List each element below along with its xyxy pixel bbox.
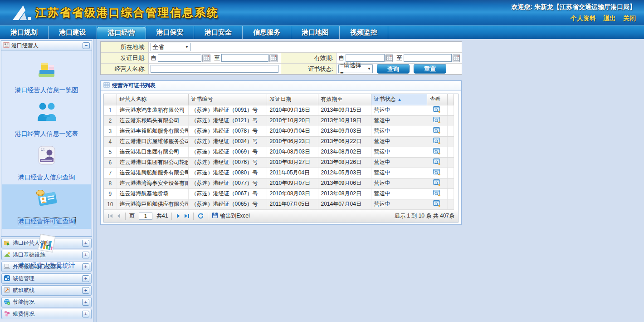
cert-status-label: 证书状态: (281, 64, 337, 74)
table-row[interactable]: 1 连云港东鸿集装箱有限公司 （苏连）港经证（0091）号 2010年09月16… (104, 105, 454, 115)
search-form: 所在地域: 全省 ▼ 发证日期: 自 (100, 41, 462, 75)
operator-name-cell: 连云港东粮码头有限公司 (117, 115, 188, 126)
accordion-expand-button[interactable]: + (82, 311, 89, 317)
cert-no-cell: （苏连）港经证（0077）号 (188, 178, 267, 188)
region-select[interactable]: 全省 ▼ (151, 43, 190, 51)
view-detail-icon[interactable] (433, 148, 441, 155)
view-detail-icon[interactable] (433, 200, 441, 207)
tab-info-service[interactable]: 信息服务 (243, 26, 291, 39)
export-excel-button[interactable]: 输出到Excel (212, 212, 249, 220)
calendar-icon[interactable] (202, 54, 210, 62)
view-detail-icon[interactable] (433, 137, 441, 144)
accordion-operator-info[interactable]: 港口经营人信息 + (1, 238, 92, 248)
validity-to-input[interactable] (404, 54, 452, 62)
accordion-expand-button[interactable]: + (82, 263, 89, 270)
accordion-energy-saving[interactable]: 节能情况 + (1, 297, 92, 307)
calendar-icon[interactable] (385, 54, 393, 62)
table-row[interactable]: 2 连云港东粮码头有限公司 （苏连）港经证（0121）号 2010年10月20日… (104, 115, 454, 126)
cert-status-cell: 营运中 (371, 115, 427, 126)
accordion-expand-button[interactable]: + (82, 252, 89, 258)
accordion-foreign-investment-operators[interactable]: 外商投资港口经营人 + (1, 262, 92, 272)
accordion-flight-routes[interactable]: 航班航线 + (1, 285, 92, 296)
cert-no-cell: （苏连）港经证（0091）号 (188, 105, 267, 115)
accordion-expand-button[interactable]: + (82, 299, 89, 306)
col-spacer (447, 94, 454, 105)
table-row[interactable]: 7 连云港港腾船舶服务有限公司 （苏连）港经证（0080）号 2011年05月0… (104, 168, 454, 178)
view-detail-icon[interactable] (433, 116, 441, 124)
sidebar-item-label: 港口经营人信息一览表 (15, 130, 78, 138)
infrastructure-icon (4, 251, 10, 259)
view-detail-icon[interactable] (433, 179, 441, 186)
cert-status-select[interactable]: =请选择= ▼ (338, 64, 373, 73)
spacer-cell (447, 199, 454, 209)
table-row[interactable]: 4 连云港港口房屋维修服务公司 （苏连）港经证（0034）号 2010年06月2… (104, 136, 454, 147)
panel-title: 经营许可证书列表 (112, 82, 156, 89)
sidebar-item-operator-overview-chart[interactable]: 港口经营人信息一览图 (2, 54, 91, 97)
operator-name-cell: 连云港东鸿集装箱有限公司 (117, 105, 188, 115)
close-link[interactable]: 关闭 (623, 15, 636, 23)
spacer-cell (447, 157, 454, 168)
sidebar-item-operator-info-query[interactable]: 港口经营人信息查询 (2, 141, 91, 184)
tab-port-planning[interactable]: 港口规划 (0, 26, 49, 39)
license-table: 经营人名称 证书编号 发证日期 有效期至 证书状态▲ 查看 (104, 94, 454, 210)
issue-date-from-input[interactable] (158, 54, 201, 62)
tab-port-map[interactable]: 港口地图 (291, 26, 340, 39)
reset-button[interactable]: 重置 (414, 64, 446, 74)
accordion-expand-button[interactable]: + (82, 287, 89, 294)
divider (208, 213, 208, 220)
accordion-expand-button[interactable]: + (82, 275, 89, 282)
accordion-expand-button[interactable]: + (82, 240, 89, 247)
view-detail-icon[interactable] (433, 106, 441, 113)
cert-no-cell: （苏连）港经证（0069）号 (188, 147, 267, 157)
calendar-icon[interactable] (269, 54, 278, 62)
page-number-input[interactable] (139, 213, 152, 220)
table-row[interactable]: 6 连云港港口集团有限公司轮驳... （苏连）港经证（0076）号 2010年0… (104, 157, 454, 168)
welcome-text: 欢迎您: 朱新龙【江苏省交通运输厅港口局】 (511, 3, 636, 11)
panel-collapse-button[interactable]: − (83, 42, 90, 49)
next-page-icon[interactable] (176, 213, 181, 219)
table-row[interactable]: 9 连云港海航基地货场 （苏连）港经证（0067）号 2010年08月03日 2… (104, 188, 454, 199)
tab-port-safety[interactable]: 港口安全 (194, 26, 243, 39)
view-detail-icon[interactable] (433, 189, 441, 197)
accordion-credit-management[interactable]: 诚信管理 + (1, 273, 92, 284)
validity-from-input[interactable] (346, 54, 385, 62)
logout-link[interactable]: 退出 (603, 15, 616, 23)
sidebar-item-license-query[interactable]: 港口经营许可证查询 (2, 184, 91, 229)
issue-date-cell: 2011年05月04日 (267, 168, 318, 178)
last-page-icon[interactable] (184, 213, 190, 219)
tab-video-monitor[interactable]: 视频监控 (340, 26, 388, 39)
view-detail-icon[interactable] (433, 158, 441, 165)
sidebar-item-operator-overview-table[interactable]: 港口经营人信息一览表 (2, 97, 91, 141)
calendar-icon[interactable] (453, 54, 460, 62)
refresh-icon[interactable] (197, 213, 204, 219)
prev-page-icon[interactable] (116, 213, 122, 219)
row-number: 10 (104, 199, 117, 209)
col-expire-date[interactable]: 有效期至 (318, 94, 371, 105)
first-page-icon[interactable] (107, 213, 113, 219)
table-row[interactable]: 10 连云港海巨船舶供应有限公司 （苏连）港经证（0065）号 2011年07月… (104, 199, 454, 209)
tab-port-operation[interactable]: 港口经营 (97, 27, 146, 39)
tab-port-security[interactable]: 港口保安 (146, 26, 194, 39)
molecule-icon (4, 275, 10, 283)
chevron-down-icon: ▼ (181, 45, 189, 49)
table-row[interactable]: 5 连云港港口集团有限公司 （苏连）港经证（0069）号 2010年08月03日… (104, 147, 454, 157)
col-cert-no[interactable]: 证书编号 (188, 94, 267, 105)
pagination-bar: 页 共41 (104, 210, 458, 222)
row-number: 1 (104, 105, 117, 115)
operator-name-input[interactable] (151, 65, 278, 73)
table-row[interactable]: 8 连云港港湾海事安全设备有限... （苏连）港经证（0077）号 2010年0… (104, 178, 454, 188)
col-cert-status[interactable]: 证书状态▲ (371, 94, 427, 105)
col-operator-name[interactable]: 经营人名称 (117, 94, 188, 105)
tab-port-construction[interactable]: 港口建设 (49, 26, 97, 39)
col-issue-date[interactable]: 发证日期 (267, 94, 318, 105)
issue-date-label: 发证日期: (101, 53, 149, 64)
query-button[interactable]: 查询 (377, 64, 410, 74)
view-detail-icon[interactable] (433, 127, 441, 134)
license-list-panel: 经营许可证书列表 经营人名称 (100, 80, 462, 225)
issue-date-to-input[interactable] (221, 54, 268, 62)
view-detail-icon[interactable] (433, 168, 441, 176)
profile-link[interactable]: 个人资料 (571, 15, 596, 23)
accordion-fees[interactable]: 规费情况 + (1, 309, 92, 319)
table-row[interactable]: 3 连云港丰裕船舶服务有限公司 （苏连）港经证（0078）号 2010年09月0… (104, 126, 454, 136)
sidebar: 港口经营人 − 港口经营人信息一览图 (0, 39, 93, 322)
